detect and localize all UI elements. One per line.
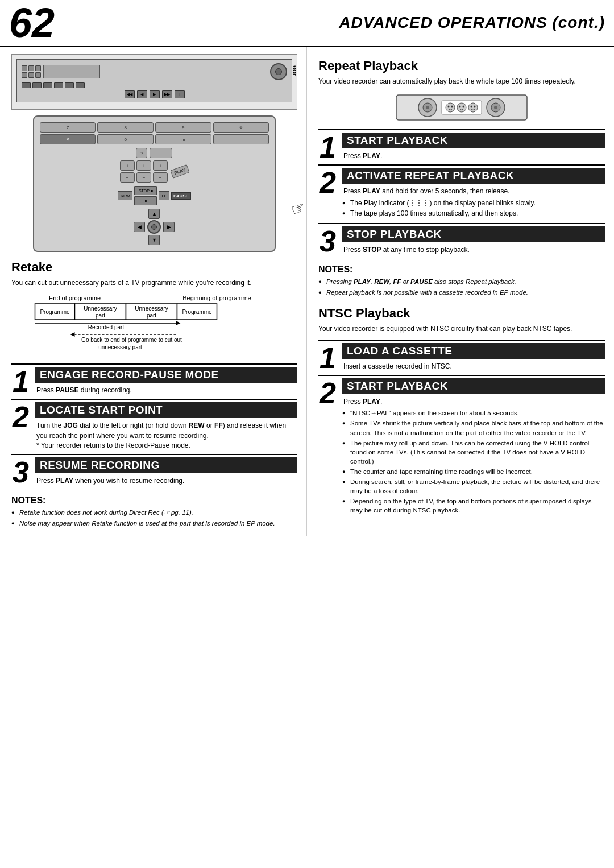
remote-left-arrow: ◀ xyxy=(134,222,145,232)
repeat-step-2: 2 ACTIVATE REPEAT PLAYBACK Press PLAY an… xyxy=(318,164,605,223)
vcr-illustration: ◀◀ ◀ ▶ ▶▶ ⏸ JOG xyxy=(11,54,297,110)
remote-rew-btn: REW xyxy=(118,191,132,200)
svg-point-29 xyxy=(451,105,453,107)
remote-center-circle xyxy=(147,220,161,234)
repeat-bullet-2: The tape plays 100 times automatically, … xyxy=(342,209,605,218)
svg-text:unnecessary part: unnecessary part xyxy=(98,344,142,350)
repeat-step-1-title: START PLAYBACK xyxy=(347,134,600,147)
vcr-front-panel: ◀◀ ◀ ▶ ▶▶ ⏸ JOG xyxy=(16,59,292,102)
ntsc-step-1-title: LOAD A CASSETTE xyxy=(347,345,600,357)
repeat-note-2: Repeat playback is not possible with a c… xyxy=(318,288,605,297)
ntsc-step-1: 1 LOAD A CASSETTE Insert a cassette reco… xyxy=(318,340,605,375)
ntsc-step-2-title-bar: START PLAYBACK xyxy=(342,378,605,394)
ntsc-bullet-5: During search, still, or frame-by-frame … xyxy=(342,477,605,495)
ntsc-bullet-4: The counter and tape remaining time read… xyxy=(342,467,605,476)
svg-text:part: part xyxy=(96,312,105,319)
remote-plus1: + xyxy=(120,160,135,171)
repeat-step-number-3: 3 xyxy=(318,224,342,258)
svg-point-30 xyxy=(457,103,466,112)
repeat-note-1: Pressing PLAY, REW, FF or PAUSE also sto… xyxy=(318,277,605,286)
svg-point-31 xyxy=(459,105,461,107)
ntsc-bullet-3: The picture may roll up and down. This c… xyxy=(342,439,605,466)
remote-pause-label: PAUSE xyxy=(171,192,191,200)
svg-text:Recorded part: Recorded part xyxy=(88,324,125,330)
svg-text:Programme: Programme xyxy=(40,309,70,315)
svg-point-25 xyxy=(494,106,497,109)
svg-point-22 xyxy=(426,106,429,109)
svg-point-34 xyxy=(471,105,472,107)
play-label-on-remote: PLAY xyxy=(171,164,190,179)
remote-btn-m: m xyxy=(155,134,211,144)
remote-minus1: − xyxy=(120,172,135,183)
right-column: Repeat Playback Your video recorder can … xyxy=(307,47,614,536)
step-1-title: ENGAGE RECORD-PAUSE MODE xyxy=(40,369,293,381)
repeat-step-2-title-bar: ACTIVATE REPEAT PLAYBACK xyxy=(342,168,605,184)
svg-text:Go back to end of programme to: Go back to end of programme to cut out xyxy=(81,337,182,343)
repeat-notes-list: Pressing PLAY, REW, FF or PAUSE also sto… xyxy=(318,277,605,297)
repeat-step-2-title: ACTIVATE REPEAT PLAYBACK xyxy=(347,170,600,182)
remote-btn-misc3 xyxy=(150,148,172,158)
remote-btn-x: ✕ xyxy=(40,134,96,144)
repeat-bullet-1: The Play indicator (⋮⋮⋮) on the display … xyxy=(342,199,605,208)
step-number-2: 2 xyxy=(11,400,35,434)
svg-text:Unnecessary: Unnecessary xyxy=(135,305,168,312)
repeat-step-3-title: STOP PLAYBACK xyxy=(347,228,600,241)
ntsc-step-2: 2 START PLAYBACK Press PLAY. "NTSC→PAL" … xyxy=(318,375,605,519)
left-column: ◀◀ ◀ ▶ ▶▶ ⏸ JOG 7 8 9 ⊕ ✕ 0 xyxy=(0,47,307,536)
remote-control: 7 8 9 ⊕ ✕ 0 m ? + + xyxy=(33,115,276,252)
retake-diagram: End of programme Beginning of programme … xyxy=(11,294,297,358)
step-1-title-bar: ENGAGE RECORD-PAUSE MODE xyxy=(35,367,297,383)
step-2-title: LOCATE START POINT xyxy=(40,404,293,416)
svg-marker-16 xyxy=(70,332,75,337)
retake-step-3: 3 RESUME RECORDING Press PLAY when you w… xyxy=(11,454,297,489)
remote-right-arrow: ▶ xyxy=(163,222,175,232)
repeat-step-1: 1 START PLAYBACK Press PLAY. xyxy=(318,129,605,164)
jog-label: JOG xyxy=(292,65,297,76)
svg-text:Beginning of programme: Beginning of programme xyxy=(182,295,251,301)
repeat-step-2-body: Press PLAY and hold for over 5 seconds, … xyxy=(342,185,605,196)
repeat-notes-heading: NOTES: xyxy=(318,264,605,275)
remote-btn-7: 7 xyxy=(40,122,96,133)
remote-btn-empty1 xyxy=(213,134,269,144)
repeat-notes: NOTES: Pressing PLAY, REW, FF or PAUSE a… xyxy=(318,264,605,297)
svg-text:Unnecessary: Unnecessary xyxy=(84,305,117,312)
remote-minus3: − xyxy=(153,172,168,183)
retake-notes-list: Retake function does not work during Dir… xyxy=(11,508,297,528)
step-number-1: 1 xyxy=(11,365,35,399)
step-2-title-bar: LOCATE START POINT xyxy=(35,402,297,418)
svg-point-28 xyxy=(448,105,450,107)
step-2-body: Turn the JOG dial to the left or right (… xyxy=(35,420,297,450)
retake-notes: NOTES: Retake function does not work dur… xyxy=(11,495,297,528)
ntsc-heading: NTSC Playback xyxy=(318,306,605,321)
remote-minus2: − xyxy=(136,172,151,183)
repeat-step-number-1: 1 xyxy=(318,130,342,164)
repeat-step-3: 3 STOP PLAYBACK Press STOP at any time t… xyxy=(318,223,605,258)
remote-plus3: + xyxy=(153,160,168,171)
repeat-step-1-title-bar: START PLAYBACK xyxy=(342,133,605,148)
repeat-step-3-body: Press STOP at any time to stop playback. xyxy=(342,244,605,255)
ntsc-bullet-6: Depending on the type of TV, the top and… xyxy=(342,497,605,515)
step-1-body: Press PAUSE during recording. xyxy=(35,385,297,395)
remote-ff-btn: FF xyxy=(159,191,169,200)
ntsc-step-2-bullets: "NTSC→PAL" appears on the screen for abo… xyxy=(342,408,605,515)
remote-illustration-container: 7 8 9 ⊕ ✕ 0 m ? + + xyxy=(11,115,297,252)
svg-marker-13 xyxy=(176,321,181,325)
hand-pointer-icon: ☞ xyxy=(288,197,308,220)
repeat-step-2-bullets: The Play indicator (⋮⋮⋮) on the display … xyxy=(342,199,605,219)
ntsc-step-1-body: Insert a cassette recorded in NTSC. xyxy=(342,361,605,371)
remote-btn-misc1: ⊕ xyxy=(213,122,269,133)
remote-btn-9: 9 xyxy=(155,122,211,133)
remote-down-arrow: ▼ xyxy=(148,235,160,245)
svg-text:part: part xyxy=(147,312,156,319)
retake-notes-heading: NOTES: xyxy=(11,495,297,506)
cassette-illustration xyxy=(318,92,605,123)
ntsc-desc: Your video recorder is equipped with NTS… xyxy=(318,324,605,334)
remote-plus2: + xyxy=(136,160,151,171)
repeat-step-number-2: 2 xyxy=(318,166,342,200)
remote-stop-btn: STOP ■ xyxy=(134,186,157,195)
repeat-step-3-title-bar: STOP PLAYBACK xyxy=(342,226,605,242)
remote-nav-cluster: ▲ ◀ ▶ ▼ xyxy=(40,209,269,245)
ntsc-step-number-2: 2 xyxy=(318,376,342,410)
remote-pause-btn: ⏸ xyxy=(134,196,157,205)
retake-step-1: 1 ENGAGE RECORD-PAUSE MODE Press PAUSE d… xyxy=(11,363,297,399)
